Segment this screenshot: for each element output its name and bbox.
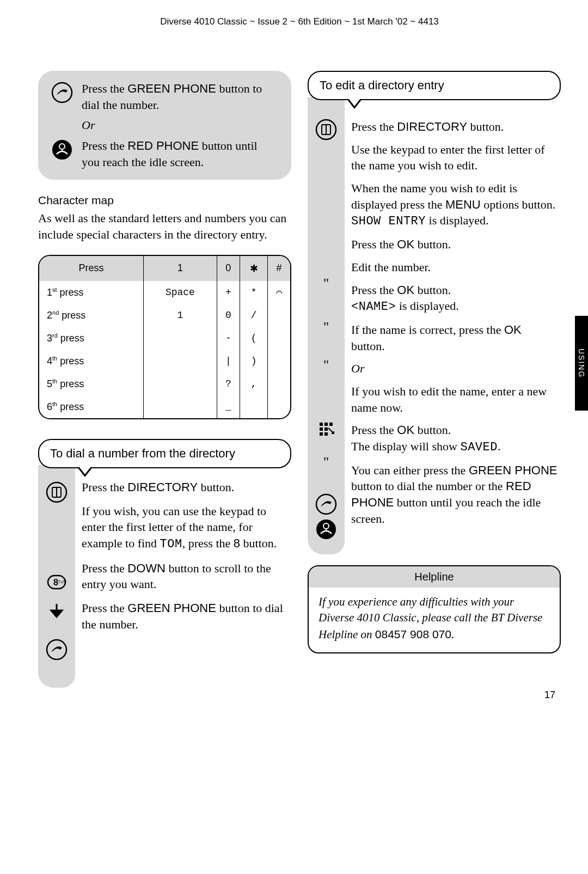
edit-step-7: If the name is correct, press the OK but… (351, 322, 558, 354)
or-label: Or (82, 117, 276, 133)
table-header: ✱ (240, 256, 267, 281)
green-phone-icon (46, 639, 68, 677)
dial-step-2: If you wish, you can use the keypad to e… (82, 503, 288, 553)
left-column: Press the GREEN PHONE button to dial the… (38, 71, 291, 688)
or-label: Or (351, 360, 558, 377)
table-header: 1 (144, 256, 217, 281)
green-phone-icon (49, 81, 75, 103)
table-row: 6th press_ (39, 395, 290, 418)
helpline-box: Helpline If you experience any difficult… (308, 565, 561, 653)
green-phone-text: Press the GREEN PHONE button to dial the… (82, 81, 276, 113)
character-map-heading: Character map (38, 194, 291, 207)
helpline-body: If you experience any difficulties with … (309, 588, 560, 652)
red-phone-text: Press the RED PHONE button until you rea… (82, 138, 276, 170)
directory-icon (46, 481, 68, 514)
dial-step-4: Press the GREEN PHONE button to dial the… (82, 600, 288, 632)
edit-step-3: When the name you wish to edit is displa… (351, 180, 558, 230)
table-row: 1st pressSpace+*⌒ (39, 281, 290, 304)
red-phone-icon (315, 518, 337, 543)
edit-step-9: Press the OK button. The display will sh… (351, 422, 558, 455)
keypad-icon (315, 418, 337, 455)
down-arrow-icon (46, 601, 68, 639)
table-row: 4th press|) (39, 350, 290, 372)
character-map-intro: As well as the standard letters and numb… (38, 210, 291, 242)
ok-marker-icon: " (323, 277, 329, 300)
table-row: 2nd press10/ (39, 304, 290, 327)
right-column: To edit a directory entry " " " " (308, 71, 561, 688)
edit-step-5: Edit the number. (351, 259, 558, 276)
helpline-title: Helpline (309, 566, 560, 588)
table-row: 5th press?, (39, 372, 290, 395)
edit-step-2: Use the keypad to enter the first letter… (351, 142, 558, 174)
document-header: Diverse 4010 Classic ~ Issue 2 ~ 6th Edi… (38, 16, 561, 27)
character-map-table: Press10✱# 1st pressSpace+*⌒2nd press10/3… (38, 255, 291, 419)
dial-or-cancel-block: Press the GREEN PHONE button to dial the… (38, 71, 291, 180)
red-phone-icon (49, 138, 75, 161)
key-8-icon (46, 514, 68, 601)
ok-marker-icon: " (323, 455, 329, 493)
table-header: # (268, 256, 290, 281)
edit-step-8: If you wish to edit the name, enter a ne… (351, 383, 558, 415)
page-number: 17 (544, 689, 555, 701)
table-header: 0 (217, 256, 240, 281)
section-tab-using: USING (575, 316, 588, 411)
edit-step-10: You can either press the GREEN PHONE but… (351, 462, 558, 527)
ok-marker-icon: " (323, 320, 329, 358)
ok-marker-icon: " (323, 358, 329, 396)
dial-step-1: Press the DIRECTORY button. (82, 479, 288, 496)
edit-step-6: Press the OK button. <NAME> is displayed… (351, 282, 558, 315)
dial-step-3: Press the DOWN button to scroll to the e… (82, 560, 288, 592)
edit-steps-block: " " " " Press the DIRECTORY button. Use … (308, 100, 561, 554)
green-phone-icon (315, 493, 337, 518)
edit-directory-heading: To edit a directory entry (308, 71, 561, 100)
dial-from-directory-heading: To dial a number from the directory (38, 439, 291, 468)
table-row: 3rd press-( (39, 327, 290, 350)
edit-step-4: Press the OK button. (351, 236, 558, 253)
dial-steps-block: Press the DIRECTORY button. If you wish,… (38, 468, 291, 688)
table-header: Press (39, 256, 144, 281)
directory-icon (315, 119, 337, 152)
edit-step-1: Press the DIRECTORY button. (351, 119, 558, 135)
